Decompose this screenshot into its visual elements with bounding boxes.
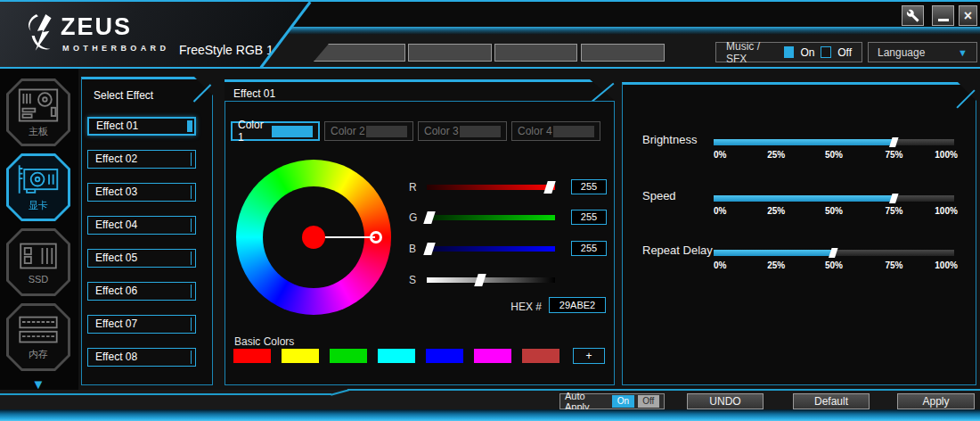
select-effect-panel: Select Effect Effect 01 Effect 02 Effect… (81, 77, 213, 385)
auto-apply-on-button[interactable]: On (612, 395, 633, 408)
ssd-icon (18, 240, 59, 272)
speed-slider-track[interactable] (714, 195, 954, 202)
apply-button[interactable]: Apply (897, 393, 975, 409)
blue-value-field[interactable]: 255 (571, 241, 607, 256)
ram-icon (17, 314, 60, 346)
basic-color-swatch-1[interactable] (233, 349, 271, 363)
minimize-button[interactable] (932, 5, 954, 26)
effect-editor-panel: Color 1 Color 2 Color 3 Color 4 R 255 G … (225, 101, 615, 385)
color-tab-swatch (553, 126, 594, 137)
header-tab-slot-2[interactable] (408, 44, 492, 62)
header-tab-slot-1[interactable] (314, 44, 405, 62)
speed-tick-labels: 0%25%50%75%100% (714, 206, 954, 217)
blue-slider-handle[interactable] (423, 243, 436, 255)
green-slider-handle[interactable] (423, 211, 436, 224)
effect-editor-header: Effect 01 (225, 79, 615, 101)
motherboard-icon (17, 87, 60, 123)
footer-divider-left (0, 393, 331, 395)
basic-color-swatch-7[interactable] (522, 349, 559, 363)
color-tab-1[interactable]: Color 1 (231, 121, 320, 141)
device-sidebar: 主板 显卡 SSD (0, 69, 78, 390)
brand-name: ZEUS (61, 13, 132, 42)
basic-color-swatch-5[interactable] (426, 349, 463, 363)
minimize-icon (938, 19, 949, 21)
settings-panel: Brightness 0%25%50%75%100% Speed 0%25%50… (622, 82, 976, 385)
auto-apply-off-button[interactable]: Off (638, 395, 659, 408)
basic-color-swatch-2[interactable] (282, 349, 319, 363)
repeat-delay-slider-track[interactable] (714, 250, 954, 256)
color-wheel[interactable] (236, 160, 391, 315)
effect-button-05[interactable]: Effect 05 (87, 249, 196, 268)
red-slider-track[interactable] (427, 185, 555, 190)
basic-color-swatch-6[interactable] (474, 349, 511, 363)
repeat-delay-label: Repeat Delay (642, 244, 713, 257)
green-slider-track[interactable] (427, 215, 555, 220)
effect-button-04[interactable]: Effect 04 (87, 216, 196, 235)
effect-button-06[interactable]: Effect 06 (87, 282, 196, 301)
music-sfx-on-label: On (800, 46, 814, 59)
footer-divider-right (347, 389, 980, 391)
language-dropdown[interactable]: Language ▼ (868, 42, 977, 62)
effect-button-01[interactable]: Effect 01 (87, 117, 196, 136)
color-tab-2[interactable]: Color 2 (324, 121, 413, 141)
sidebar-item-motherboard[interactable]: 主板 (6, 78, 70, 146)
color-wheel-marker[interactable] (370, 231, 382, 244)
settings-button[interactable] (902, 5, 924, 26)
red-slider-handle[interactable] (543, 181, 556, 194)
slider-label-g: G (409, 211, 417, 224)
repeat-delay-tick-labels: 0%25%50%75%100% (714, 260, 954, 271)
slider-label-s: S (409, 274, 416, 286)
wrench-icon (906, 9, 919, 22)
repeat-delay-slider-fill (714, 250, 834, 256)
effect-button-08[interactable]: Effect 08 (87, 348, 196, 367)
hex-label: HEX # (484, 301, 542, 313)
sidebar-item-ssd[interactable]: SSD (6, 228, 70, 296)
saturation-slider-handle[interactable] (475, 274, 487, 286)
auto-apply-group: Auto Apply On Off (559, 393, 665, 409)
sidebar-item-gpu[interactable]: 显卡 (6, 153, 70, 221)
color-tab-4[interactable]: Color 4 (511, 121, 600, 141)
basic-colors-label: Basic Colors (234, 335, 294, 348)
brightness-tick-labels: 0%25%50%75%100% (714, 150, 954, 161)
effect-button-07[interactable]: Effect 07 (87, 315, 196, 334)
effect-button-03[interactable]: Effect 03 (87, 183, 196, 202)
brand-tagline: MOTHERBOARD (62, 44, 169, 53)
sidebar-item-label: 显卡 (29, 199, 48, 212)
music-sfx-off-checkbox[interactable] (821, 46, 831, 58)
music-sfx-label: Music / SFX (726, 40, 778, 65)
gpu-icon (16, 163, 61, 197)
header-tab-slot-3[interactable] (494, 44, 577, 62)
undo-button[interactable]: UNDO (687, 393, 764, 409)
sidebar-item-label: 主板 (29, 125, 48, 138)
music-sfx-on-checkbox[interactable] (784, 46, 795, 58)
saturation-slider-track[interactable] (427, 277, 555, 283)
green-value-field[interactable]: 255 (571, 210, 607, 225)
red-value-field[interactable]: 255 (571, 179, 607, 194)
sidebar-item-ram[interactable]: 内存 (6, 303, 70, 371)
hex-input[interactable]: 29ABE2 (549, 297, 606, 313)
add-color-button[interactable]: + (573, 348, 605, 364)
speed-label: Speed (642, 189, 676, 202)
speed-slider-fill (714, 195, 894, 202)
zeus-bolt-icon (25, 13, 55, 54)
brightness-slider-fill (714, 139, 894, 145)
bottom-glow (0, 409, 980, 421)
basic-color-swatch-3[interactable] (330, 349, 367, 363)
music-sfx-off-label: Off (837, 46, 852, 59)
default-button[interactable]: Default (793, 393, 870, 409)
color-tab-swatch (272, 126, 313, 137)
language-label: Language (878, 46, 925, 59)
color-tab-3[interactable]: Color 3 (418, 121, 507, 141)
header-tab-slot-4[interactable] (581, 44, 665, 62)
close-button[interactable]: × (959, 5, 977, 26)
slider-label-b: B (409, 243, 416, 255)
brightness-slider-track[interactable] (714, 139, 954, 145)
basic-color-swatch-4[interactable] (378, 349, 415, 363)
blue-slider-track[interactable] (427, 246, 555, 252)
close-icon: × (964, 9, 972, 23)
slider-label-r: R (409, 181, 417, 194)
effect-editor-title: Effect 01 (233, 87, 275, 100)
effect-button-02[interactable]: Effect 02 (87, 150, 196, 169)
brightness-label: Brightness (642, 133, 697, 146)
music-sfx-group: Music / SFX On Off (715, 42, 862, 62)
